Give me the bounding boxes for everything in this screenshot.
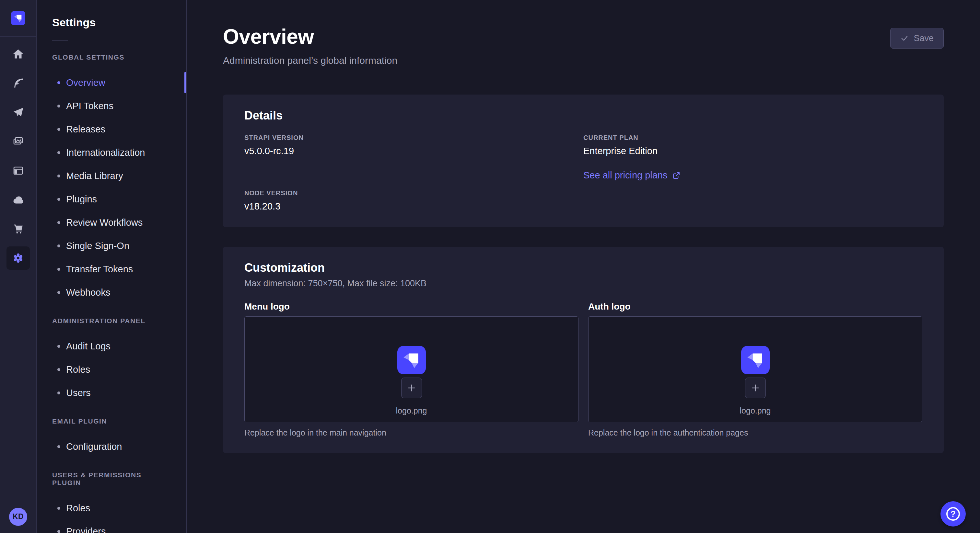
external-link-icon — [672, 171, 681, 180]
user-avatar[interactable]: KD — [9, 508, 27, 526]
subnav-item-audit-logs[interactable]: Audit Logs — [37, 335, 186, 358]
strapi-logo — [741, 346, 770, 374]
question-mark-icon: ? — [946, 507, 960, 521]
subnav-item-review-workflows[interactable]: Review Workflows — [37, 211, 186, 234]
subnav-item-email-configuration[interactable]: Configuration — [37, 435, 186, 458]
bullet-icon — [57, 174, 60, 178]
help-button[interactable]: ? — [940, 501, 966, 527]
subnav-item-transfer-tokens[interactable]: Transfer Tokens — [37, 257, 186, 281]
section-header: USERS & PERMISSIONS PLUGIN — [52, 471, 171, 487]
node-version-field: NODE VERSION v18.20.3 — [244, 189, 583, 212]
pricing-plans-link[interactable]: See all pricing plans — [583, 170, 681, 181]
details-card-title: Details — [244, 109, 922, 122]
section-global-settings: GLOBAL SETTINGS Overview API Tokens Rele… — [37, 54, 186, 304]
subnav-item-webhooks[interactable]: Webhooks — [37, 281, 186, 304]
cart-icon — [12, 222, 25, 235]
main-nav-rail: KD — [0, 0, 37, 533]
bullet-icon — [57, 81, 60, 84]
section-email-plugin: EMAIL PLUGIN Configuration — [37, 417, 186, 458]
page-subtitle: Administration panel’s global informatio… — [223, 55, 397, 66]
feather-icon — [12, 77, 25, 90]
cloud-icon — [12, 194, 25, 206]
check-icon — [900, 34, 909, 43]
field-label: CURRENT PLAN — [583, 134, 922, 141]
nav-settings-button[interactable] — [6, 246, 30, 270]
field-label: STRAPI VERSION — [244, 134, 583, 141]
nav-content-type-builder-button[interactable] — [12, 164, 25, 177]
plus-icon — [406, 383, 417, 393]
menu-logo-filename: logo.png — [396, 406, 427, 416]
section-header: EMAIL PLUGIN — [52, 417, 171, 425]
rail-footer: KD — [0, 500, 36, 533]
bullet-icon — [57, 345, 60, 348]
add-auth-logo-button[interactable] — [745, 378, 766, 398]
auth-logo-dropzone[interactable]: logo.png — [588, 316, 922, 422]
auth-logo-label: Auth logo — [588, 301, 922, 312]
subnav-item-overview[interactable]: Overview — [37, 71, 186, 94]
section-header: ADMINISTRATION PANEL — [52, 317, 171, 325]
field-value: Enterprise Edition — [583, 146, 922, 156]
bullet-icon — [57, 530, 60, 533]
strapi-logo — [397, 346, 426, 374]
menu-logo-hint: Replace the logo in the main navigation — [244, 428, 579, 438]
auth-logo-filename: logo.png — [740, 406, 771, 416]
menu-logo-dropzone[interactable]: logo.png — [244, 316, 579, 422]
page-title: Overview — [223, 25, 397, 49]
bullet-icon — [57, 244, 60, 247]
subnav-item-media-library[interactable]: Media Library — [37, 164, 186, 187]
rail-header — [0, 0, 36, 36]
subnav-item-internationalization[interactable]: Internationalization — [37, 141, 186, 164]
add-menu-logo-button[interactable] — [401, 378, 422, 398]
section-users-permissions-plugin: USERS & PERMISSIONS PLUGIN Roles Provide… — [37, 471, 186, 533]
bullet-icon — [57, 291, 60, 294]
customization-card-title: Customization — [244, 261, 922, 274]
current-plan-field: CURRENT PLAN Enterprise Edition See all … — [583, 134, 922, 181]
bullet-icon — [57, 507, 60, 510]
auth-logo-field: Auth logo logo.png — [588, 301, 922, 438]
menu-logo-field: Menu logo logo.png — [244, 301, 579, 438]
section-administration-panel: ADMINISTRATION PANEL Audit Logs Roles Us… — [37, 317, 186, 405]
rail-icon-list — [6, 48, 30, 265]
subnav-item-up-providers[interactable]: Providers — [37, 520, 186, 533]
images-icon — [12, 135, 25, 148]
settings-subnav: Settings GLOBAL SETTINGS Overview API To… — [37, 0, 187, 533]
nav-cloud-button[interactable] — [12, 194, 25, 206]
nav-home-button[interactable] — [12, 48, 25, 60]
field-value: v18.20.3 — [244, 201, 583, 212]
nav-releases-button[interactable] — [12, 106, 25, 119]
field-value: v5.0.0-rc.19 — [244, 146, 583, 156]
gear-icon — [12, 252, 25, 265]
home-icon — [12, 48, 25, 60]
auth-logo-hint: Replace the logo in the authentication p… — [588, 428, 922, 438]
bullet-icon — [57, 221, 60, 224]
strapi-admin-app: KD Settings GLOBAL SETTINGS Overview API… — [0, 0, 980, 533]
bullet-icon — [57, 392, 60, 394]
paper-plane-icon — [12, 106, 25, 119]
details-card: Details STRAPI VERSION v5.0.0-rc.19 NODE… — [223, 95, 944, 227]
bullet-icon — [57, 198, 60, 201]
subnav-item-users[interactable]: Users — [37, 381, 186, 405]
bullet-icon — [57, 151, 60, 154]
layout-icon — [12, 164, 25, 177]
section-header: GLOBAL SETTINGS — [52, 54, 171, 61]
nav-marketplace-button[interactable] — [12, 222, 25, 235]
customization-card: Customization Max dimension: 750×750, Ma… — [223, 247, 944, 453]
bullet-icon — [57, 368, 60, 371]
subnav-item-up-roles[interactable]: Roles — [37, 497, 186, 520]
subnav-item-releases[interactable]: Releases — [37, 117, 186, 141]
subnav-item-single-sign-on[interactable]: Single Sign-On — [37, 234, 186, 257]
subnav-item-admin-roles[interactable]: Roles — [37, 358, 186, 381]
customization-subtitle: Max dimension: 750×750, Max file size: 1… — [244, 279, 922, 289]
bullet-icon — [57, 268, 60, 271]
strapi-logo[interactable] — [11, 11, 25, 25]
nav-content-button[interactable] — [12, 77, 25, 90]
subnav-item-api-tokens[interactable]: API Tokens — [37, 94, 186, 117]
subnav-item-plugins[interactable]: Plugins — [37, 187, 186, 211]
strapi-version-field: STRAPI VERSION v5.0.0-rc.19 — [244, 134, 583, 156]
subnav-title: Settings — [52, 16, 186, 29]
bullet-icon — [57, 445, 60, 448]
nav-media-library-button[interactable] — [12, 135, 25, 148]
save-button[interactable]: Save — [890, 28, 944, 49]
main-content: Overview Administration panel’s global i… — [187, 0, 980, 533]
plus-icon — [750, 383, 760, 393]
